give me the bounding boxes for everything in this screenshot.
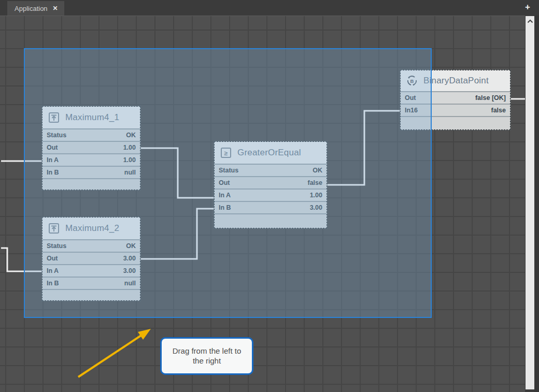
tab-label: Application [15, 5, 48, 12]
add-tab-button[interactable]: + [522, 2, 533, 13]
chevron-up-icon [527, 19, 533, 23]
close-icon[interactable]: ✕ [53, 5, 58, 12]
tab-bar: Application ✕ + [0, 0, 539, 16]
instruction-callout: Drag from the left to the right [160, 337, 253, 375]
callout-text: Drag from the left to the right [169, 346, 245, 366]
canvas-right-border [534, 16, 539, 392]
instruction-arrow-icon [0, 16, 525, 392]
tab-application[interactable]: Application ✕ [7, 1, 64, 16]
vertical-scrollbar[interactable] [526, 16, 534, 389]
wiresheet-editor-window: Application ✕ + [0, 0, 539, 392]
wiresheet-canvas[interactable]: Maximum4_1 Status OK Out 1.00 In A 1.00 … [0, 16, 525, 392]
scroll-up-button[interactable] [526, 16, 534, 26]
